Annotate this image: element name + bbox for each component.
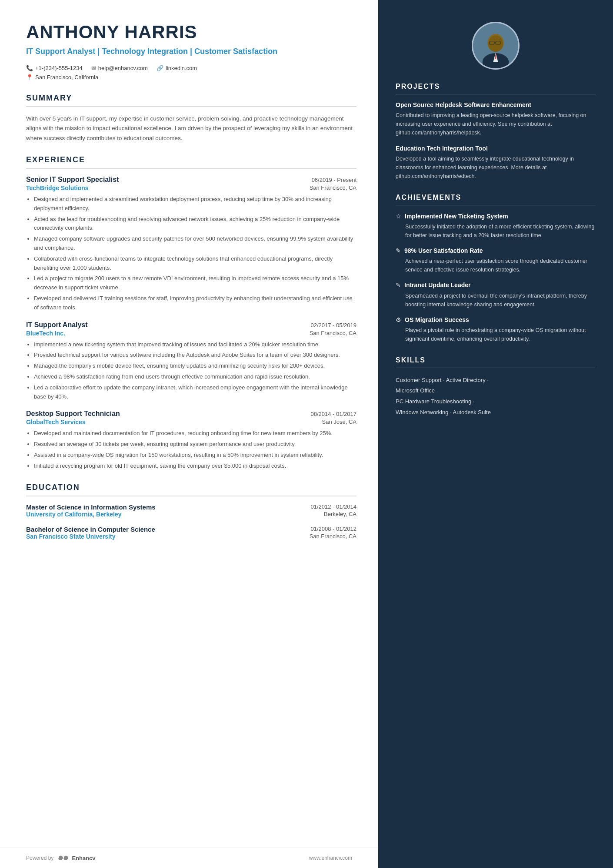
email-icon: ✉	[91, 65, 96, 71]
skill-4: PC Hardware Troubleshooting	[396, 398, 471, 405]
projects-section: PROJECTS Open Source Helpdesk Software E…	[396, 83, 596, 181]
enhancv-logo-icon	[57, 855, 69, 861]
brand-name: Enhancv	[72, 855, 95, 861]
exp-dates-1: 06/2019 - Present	[312, 177, 356, 183]
exp-title-2: IT Support Analyst	[26, 321, 88, 329]
achievement-icon-2: ✎	[396, 247, 401, 254]
achievement-desc-3: Spearheaded a project to overhaul the co…	[396, 292, 596, 309]
email-address: help@enhancv.com	[98, 65, 148, 71]
achievement-title-2: 98% User Satisfaction Rate	[404, 247, 483, 255]
skills-text: Customer Support · Active Directory · Mi…	[396, 375, 596, 418]
bullet: Collaborated with cross-functional teams…	[34, 255, 356, 273]
exp-title-1: Senior IT Support Specialist	[26, 176, 119, 184]
project-title-1: Open Source Helpdesk Software Enhancemen…	[396, 101, 596, 108]
projects-divider	[396, 94, 596, 94]
skill-1: Customer Support	[396, 377, 442, 383]
education-divider	[26, 496, 356, 496]
footer-website: www.enhancv.com	[309, 855, 352, 861]
linkedin-icon: 🔗	[157, 65, 163, 71]
exp-bullets-2: Implemented a new ticketing system that …	[26, 340, 356, 402]
avatar-svg	[473, 22, 518, 70]
exp-location-1: San Francisco, CA	[310, 184, 356, 191]
bullet: Managed company software upgrades and se…	[34, 235, 356, 253]
exp-item-3: Desktop Support Technician 08/2014 - 01/…	[26, 410, 356, 470]
skills-section: SKILLS Customer Support · Active Directo…	[396, 356, 596, 418]
location-icon: 📍	[26, 74, 33, 80]
exp-location-2: San Francisco, CA	[310, 330, 356, 337]
right-panel: PROJECTS Open Source Helpdesk Software E…	[378, 0, 613, 868]
experience-heading: EXPERIENCE	[26, 155, 356, 164]
exp-dates-2: 02/2017 - 05/2019	[310, 322, 356, 328]
footer: Powered by Enhancv www.enhancv.com	[0, 848, 378, 868]
edu-dates-2: 01/2008 - 01/2012	[310, 526, 356, 533]
edu-item-2: Bachelor of Science in Computer Science …	[26, 526, 356, 540]
summary-divider	[26, 106, 356, 107]
skill-6: Autodesk Suite	[453, 409, 491, 416]
edu-dates-1: 01/2012 - 01/2014	[310, 503, 356, 511]
bullet: Led a project to migrate 200 users to a …	[34, 274, 356, 292]
exp-item-1: Senior IT Support Specialist 06/2019 - P…	[26, 176, 356, 312]
email-item: ✉ help@enhancv.com	[91, 65, 148, 71]
footer-left: Powered by Enhancv	[26, 855, 96, 861]
bullet: Initiated a recycling program for old IT…	[34, 462, 356, 471]
bullet: Resolved an average of 30 tickets per we…	[34, 440, 356, 449]
exp-company-1: TechBridge Solutions	[26, 184, 89, 191]
phone-item: 📞 +1-(234)-555-1234	[26, 65, 83, 71]
achievement-desc-2: Achieved a near-perfect user satisfactio…	[396, 257, 596, 274]
edu-school-1: University of California, Berkeley	[26, 511, 121, 518]
enhancv-logo: Enhancv	[57, 855, 95, 861]
summary-text: With over 5 years in IT support, my expe…	[26, 114, 356, 143]
skill-5: Windows Networking	[396, 409, 448, 416]
achievement-desc-4: Played a pivotal role in orchestrating a…	[396, 326, 596, 343]
achievement-icon-3: ✎	[396, 282, 401, 288]
phone-icon: 📞	[26, 65, 33, 71]
bullet: Provided technical support for various s…	[34, 351, 356, 360]
exp-bullets-3: Developed and maintained documentation f…	[26, 429, 356, 470]
skill-3: Microsoft Office	[396, 387, 435, 394]
summary-section: SUMMARY With over 5 years in IT support,…	[26, 94, 356, 143]
exp-company-3: GlobalTech Services	[26, 419, 86, 426]
location-text: San Francisco, California	[35, 74, 98, 80]
exp-location-3: San Jose, CA	[322, 419, 357, 426]
achievements-divider	[396, 205, 596, 205]
skill-2: Active Directory	[446, 377, 486, 383]
phone-number: +1-(234)-555-1234	[35, 65, 83, 71]
edu-school-2: San Francisco State University	[26, 533, 115, 540]
project-title-2: Education Tech Integration Tool	[396, 145, 596, 152]
achievements-heading: ACHIEVEMENTS	[396, 194, 596, 201]
education-heading: EDUCATION	[26, 483, 356, 492]
bullet: Managed the company's mobile device flee…	[34, 362, 356, 371]
bullet: Developed and delivered IT training sess…	[34, 294, 356, 312]
location-row: 📍 San Francisco, California	[26, 74, 356, 80]
bullet: Assisted in a company-wide OS migration …	[34, 451, 356, 460]
bullet: Developed and maintained documentation f…	[34, 429, 356, 438]
achievement-title-1: Implemented New Ticketing System	[405, 212, 508, 220]
edu-degree-2: Bachelor of Science in Computer Science	[26, 526, 155, 533]
linkedin-item: 🔗 linkedin.com	[157, 65, 197, 71]
edu-degree-1: Master of Science in Information Systems	[26, 503, 156, 511]
exp-title-3: Desktop Support Technician	[26, 410, 120, 418]
achievement-title-4: OS Migration Success	[405, 316, 469, 324]
bullet: Designed and implemented a streamlined w…	[34, 195, 356, 213]
resume-title: IT Support Analyst | Technology Integrat…	[26, 46, 356, 57]
exp-company-2: BlueTech Inc.	[26, 330, 65, 337]
bullet: Implemented a new ticketing system that …	[34, 340, 356, 349]
photo-container	[396, 22, 596, 70]
contact-row: 📞 +1-(234)-555-1234 ✉ help@enhancv.com 🔗…	[26, 65, 356, 71]
bullet: Achieved a 98% satisfaction rating from …	[34, 372, 356, 382]
achievement-icon-1: ☆	[396, 213, 401, 220]
resume-name: ANTHONY HARRIS	[26, 22, 356, 43]
skills-heading: SKILLS	[396, 356, 596, 364]
skills-divider	[396, 368, 596, 368]
achievement-item-4: ⚙ OS Migration Success Played a pivotal …	[396, 316, 596, 343]
linkedin-url: linkedin.com	[166, 65, 197, 71]
education-section: EDUCATION Master of Science in Informati…	[26, 483, 356, 540]
bullet: Acted as the lead for troubleshooting an…	[34, 215, 356, 233]
edu-location-2: San Francisco, CA	[310, 533, 356, 540]
experience-section: EXPERIENCE Senior IT Support Specialist …	[26, 155, 356, 471]
profile-photo	[472, 22, 520, 70]
achievement-item-1: ☆ Implemented New Ticketing System Succe…	[396, 212, 596, 240]
achievements-section: ACHIEVEMENTS ☆ Implemented New Ticketing…	[396, 194, 596, 343]
achievement-desc-1: Successfully initiated the adoption of a…	[396, 222, 596, 240]
powered-by-text: Powered by	[26, 855, 53, 861]
